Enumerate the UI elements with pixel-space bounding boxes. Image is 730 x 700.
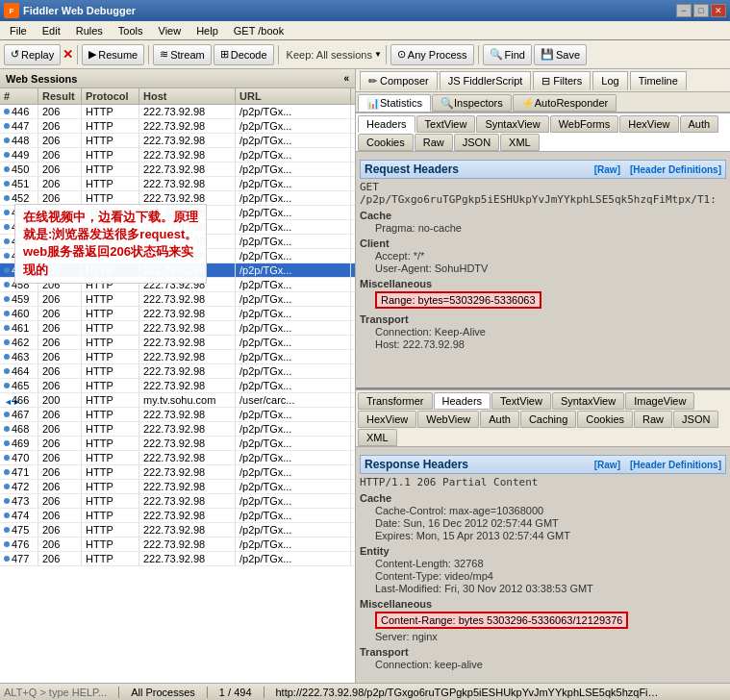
close-button[interactable]: ✕ (711, 4, 726, 17)
toolbar: ↺ Replay ✕ ▶ Resume ≋ Stream ⊞ Decode Ke… (0, 40, 730, 69)
req-tab-textview[interactable]: TextView (416, 115, 476, 133)
resp-tab-raw[interactable]: Raw (634, 411, 672, 428)
save-button[interactable]: 💾 Save (534, 44, 587, 65)
col-header-result[interactable]: Result (38, 88, 82, 104)
req-tab-xml[interactable]: XML (500, 134, 540, 151)
table-row[interactable]: 474 206 HTTP 222.73.92.98 /p2p/TGx... (0, 509, 355, 523)
req-tab-auth[interactable]: Auth (680, 115, 719, 133)
request-headers-section-header: Request Headers [Raw] [Header Definition… (360, 160, 726, 179)
table-row[interactable]: 469 206 HTTP 222.73.92.98 /p2p/TGx... (0, 437, 355, 451)
table-row[interactable]: 459 206 HTTP 222.73.92.98 /p2p/TGx... (0, 292, 355, 307)
stream-button[interactable]: ≋ Stream (153, 44, 211, 65)
table-row[interactable]: 471 206 HTTP 222.73.92.98 /p2p/TGx... (0, 465, 355, 480)
pragma-field: Pragma: no-cache (375, 222, 726, 234)
table-row[interactable]: 449 206 HTTP 222.73.92.98 /p2p/TGx... (0, 148, 355, 162)
req-tab-headers[interactable]: Headers (358, 115, 415, 133)
left-panel: Web Sessions « # Result Protocol Host UR… (0, 69, 356, 683)
table-row[interactable]: 464 206 HTTP 222.73.92.98 /p2p/TGx... (0, 364, 355, 379)
table-row[interactable]: 470 206 HTTP 222.73.92.98 /p2p/TGx... (0, 451, 355, 465)
resp-tab-syntaxview[interactable]: SyntaxView (552, 392, 624, 410)
resp-tab-auth[interactable]: Auth (480, 411, 519, 428)
menu-view[interactable]: View (151, 23, 189, 38)
table-row[interactable]: 451 206 HTTP 222.73.92.98 /p2p/TGx... (0, 177, 355, 191)
resp-tab-headers[interactable]: Headers (434, 392, 491, 410)
tab-fiddlerscript[interactable]: JS FiddlerScript (440, 71, 532, 90)
autoresponder-icon: ⚡ (521, 97, 535, 110)
tab-filters[interactable]: ⊟ Filters (533, 71, 591, 90)
resp-tab-hexview[interactable]: HexView (358, 411, 416, 428)
resp-header-defs-link[interactable]: [Header Definitions] (630, 460, 721, 470)
keep-dropdown-arrow[interactable]: ▼ (374, 50, 382, 59)
table-row[interactable]: 476 206 HTTP 222.73.92.98 /p2p/TGx... (0, 538, 355, 552)
resp-tab-transformer[interactable]: Transformer (358, 392, 433, 410)
req-tab-hexview[interactable]: HexView (619, 115, 678, 133)
table-row[interactable]: 446 206 HTTP 222.73.92.98 /p2p/TGx... (0, 105, 355, 119)
table-row[interactable]: 463 206 HTTP 222.73.92.98 /p2p/TGx... (0, 350, 355, 364)
req-tab-syntaxview[interactable]: SyntaxView (476, 115, 548, 133)
menu-file[interactable]: File (2, 23, 35, 38)
col-header-protocol[interactable]: Protocol (82, 88, 139, 104)
any-process-button[interactable]: ⊙ Any Process (390, 44, 474, 65)
header-defs-link[interactable]: [Header Definitions] (630, 164, 721, 175)
tab-log[interactable]: Log (592, 71, 627, 90)
menu-edit[interactable]: Edit (35, 23, 68, 38)
table-row[interactable]: 465 206 HTTP 222.73.92.98 /p2p/TGx... (0, 379, 355, 393)
toolbar-separator-4 (386, 45, 387, 64)
menu-get-book[interactable]: GET /book (226, 23, 291, 38)
table-row[interactable]: 447 206 HTTP 222.73.92.98 /p2p/TGx... (0, 119, 355, 134)
req-tab-cookies[interactable]: Cookies (358, 134, 414, 151)
col-header-host[interactable]: Host (139, 88, 236, 104)
tab-autoresponder[interactable]: ⚡ AutoResponder (513, 94, 617, 112)
response-headers-title: Response Headers (365, 458, 468, 471)
table-row[interactable]: 473 206 HTTP 222.73.92.98 /p2p/TGx... (0, 494, 355, 509)
raw-link[interactable]: [Raw] (594, 164, 620, 175)
collapse-button[interactable]: « (343, 73, 349, 84)
process-filter[interactable]: All Processes (131, 687, 195, 698)
resp-tab-xml[interactable]: XML (358, 429, 397, 446)
table-row[interactable]: 450 206 HTTP 222.73.92.98 /p2p/TGx... (0, 162, 355, 177)
table-row[interactable]: 477 206 HTTP 222.73.92.98 /p2p/TGx... (0, 552, 355, 566)
hint-text: ALT+Q > type HELP... (4, 687, 107, 698)
resp-raw-link[interactable]: [Raw] (594, 460, 620, 470)
req-tab-webforms[interactable]: WebForms (550, 115, 619, 133)
minimize-button[interactable]: − (676, 4, 692, 17)
col-header-id[interactable]: # (0, 88, 38, 104)
table-row[interactable]: 467 206 HTTP 222.73.92.98 /p2p/TGx... (0, 408, 355, 422)
tab-composer[interactable]: ✏ Composer (360, 71, 438, 90)
resume-button[interactable]: ▶ Resume (82, 44, 144, 65)
maximize-button[interactable]: □ (693, 4, 709, 17)
request-panel: Request Headers [Raw] [Header Definition… (356, 152, 730, 389)
tab-inspectors[interactable]: 🔍 Inspectors (432, 94, 512, 112)
resp-last-modified: Last-Modified: Fri, 30 Nov 2012 03:38:53… (375, 583, 726, 594)
row-indicator-dot (4, 311, 10, 316)
col-header-url[interactable]: URL (236, 88, 351, 104)
resp-tab-caching[interactable]: Caching (520, 411, 576, 428)
replay-button[interactable]: ↺ Replay (4, 44, 61, 65)
miscellaneous-subsection: Miscellaneous (360, 278, 726, 289)
resp-tab-webview[interactable]: WebView (417, 411, 479, 428)
find-button[interactable]: 🔍 Find (483, 44, 532, 65)
table-row[interactable]: 475 206 HTTP 222.73.92.98 /p2p/TGx... (0, 523, 355, 538)
resp-tab-textview[interactable]: TextView (491, 392, 551, 410)
menu-help[interactable]: Help (189, 23, 226, 38)
req-tab-json[interactable]: JSON (454, 134, 499, 151)
menu-tools[interactable]: Tools (111, 23, 151, 38)
table-row[interactable]: 448 206 HTTP 222.73.92.98 /p2p/TGx... (0, 134, 355, 148)
tab-statistics[interactable]: 📊 Statistics (358, 94, 431, 112)
menu-rules[interactable]: Rules (68, 23, 111, 38)
table-row[interactable]: 460 206 HTTP 222.73.92.98 /p2p/TGx... (0, 307, 355, 321)
table-row[interactable]: 461 206 HTTP 222.73.92.98 /p2p/TGx... (0, 321, 355, 336)
req-tab-raw[interactable]: Raw (415, 134, 453, 151)
table-row[interactable]: 468 206 HTTP 222.73.92.98 /p2p/TGx... (0, 422, 355, 437)
row-indicator-dot (4, 383, 10, 388)
resp-tab-imageview[interactable]: ImageView (625, 392, 694, 410)
tab-timeline[interactable]: Timeline (630, 71, 687, 90)
table-row[interactable]: 472 206 HTTP 222.73.92.98 /p2p/TGx... (0, 480, 355, 494)
resp-tab-json[interactable]: JSON (673, 411, 718, 428)
table-row[interactable]: ◄►466 200 HTTP my.tv.sohu.com /user/carc… (0, 393, 355, 408)
status-bar: ALT+Q > type HELP... All Processes 1 / 4… (0, 683, 730, 700)
table-row[interactable]: 462 206 HTTP 222.73.92.98 /p2p/TGx... (0, 336, 355, 350)
row-indicator-dot (4, 556, 10, 562)
resp-tab-cookies[interactable]: Cookies (577, 411, 633, 428)
decode-button[interactable]: ⊞ Decode (214, 44, 274, 65)
